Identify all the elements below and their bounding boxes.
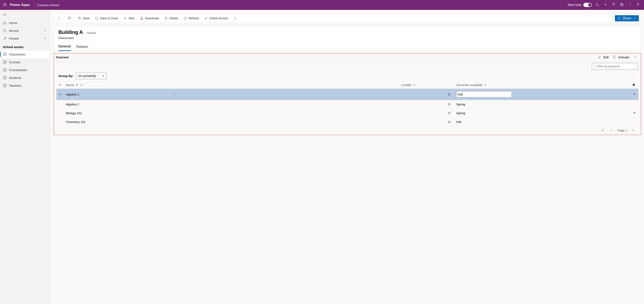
refresh-label: Refresh	[188, 17, 199, 20]
select-all-checkbox[interactable]	[56, 81, 64, 89]
record-title: Building A	[58, 29, 83, 35]
save-close-label: Save & Close	[100, 17, 118, 20]
svg-point-4	[5, 4, 5, 5]
cell-credits[interactable]: 5	[399, 89, 454, 100]
more-commands-button[interactable]	[231, 14, 239, 23]
sort-asc-icon	[75, 83, 78, 87]
table-row[interactable]: Biology 1015Spring	[56, 109, 638, 118]
svg-point-7	[5, 5, 5, 6]
app-name[interactable]: Contoso School	[38, 3, 59, 7]
table-row[interactable]: Algebra 25Spring	[56, 100, 638, 109]
svg-point-6	[4, 5, 4, 6]
check-access-button[interactable]: Check Access	[202, 14, 230, 23]
settings-icon[interactable]	[618, 3, 626, 7]
delete-label: Delete	[170, 17, 178, 20]
toggle-switch-icon[interactable]	[583, 3, 592, 7]
cell-semester[interactable]	[454, 89, 630, 100]
nav-courses[interactable]: Courses	[0, 58, 50, 66]
col-credits[interactable]: Credits	[399, 81, 454, 89]
col-name[interactable]: Name	[64, 81, 399, 89]
col-semester[interactable]: Semester available	[454, 81, 630, 89]
new-look-toggle[interactable]: New look	[568, 3, 592, 7]
nav-home[interactable]: Home	[0, 19, 50, 27]
svg-point-9	[596, 3, 598, 6]
save-close-button[interactable]: Save & Close	[92, 14, 120, 23]
svg-point-3	[4, 4, 4, 5]
row-open-arrow[interactable]	[630, 89, 638, 100]
deactivate-button[interactable]: Deactivate	[138, 14, 162, 23]
row-checkbox[interactable]	[56, 109, 64, 118]
chevron-down-icon	[43, 29, 47, 33]
copilot-icon[interactable]	[634, 3, 642, 7]
filter-keyword-field[interactable]	[597, 65, 636, 68]
entity-name: Classroom	[58, 36, 636, 40]
tab-related[interactable]: Related	[76, 43, 92, 51]
cell-semester[interactable]: Fall	[454, 118, 630, 126]
help-icon[interactable]	[626, 3, 634, 7]
table-row[interactable]: Algebra 1 *5	[56, 89, 638, 100]
row-checkbox[interactable]	[56, 118, 64, 126]
cell-name[interactable]: Algebra 2	[64, 100, 399, 109]
semester-input[interactable]	[456, 91, 512, 97]
main-content: Save Save & Close New Deactivate Delete …	[50, 10, 644, 304]
filter-keyword-input[interactable]	[592, 63, 638, 70]
cell-name[interactable]: Biology 101	[64, 109, 399, 118]
back-button[interactable]	[55, 14, 63, 23]
group-by-select[interactable]: (no grouping)	[76, 72, 107, 79]
nav-pinned[interactable]: Pinned	[0, 35, 50, 42]
subgrid-more-button[interactable]	[631, 55, 639, 60]
activate-icon	[613, 55, 616, 59]
nav-classrooms[interactable]: Classrooms	[0, 50, 50, 58]
search-icon[interactable]	[593, 3, 601, 7]
col-save[interactable]	[630, 81, 638, 89]
svg-rect-20	[79, 17, 80, 18]
svg-line-35	[595, 67, 595, 67]
new-button[interactable]: New	[121, 14, 137, 23]
nav-students[interactable]: Students	[0, 74, 50, 82]
puzzle-icon	[3, 68, 6, 72]
row-checkbox[interactable]	[56, 100, 64, 109]
svg-point-29	[235, 19, 236, 20]
save-button[interactable]: Save	[75, 14, 92, 23]
share-button[interactable]: Share	[615, 15, 639, 21]
nav-recent[interactable]: Recent	[0, 27, 50, 35]
nav-collapse-icon[interactable]	[0, 11, 50, 19]
delete-button[interactable]: Delete	[162, 14, 180, 23]
cell-name[interactable]: Algebra 1 *	[64, 89, 399, 100]
filter-icon[interactable]	[610, 3, 618, 7]
search-icon	[594, 65, 596, 68]
global-header: Power Apps Contoso School New look	[0, 0, 644, 10]
subgrid-title: Courses	[56, 55, 69, 59]
nav-pinned-label: Pinned	[9, 37, 19, 40]
chevron-down-icon	[43, 37, 47, 40]
table-row[interactable]: Chemistry 1015Fall	[56, 118, 638, 126]
cell-semester[interactable]: Spring	[454, 109, 630, 118]
subgrid-activate-button[interactable]: Activate	[611, 55, 631, 60]
deactivate-icon	[140, 17, 143, 20]
cell-name[interactable]: Chemistry 101	[64, 118, 399, 126]
pager-next[interactable]	[631, 127, 636, 133]
cell-credits[interactable]: 5	[399, 100, 454, 109]
tab-general[interactable]: General	[58, 43, 71, 51]
refresh-button[interactable]: Refresh	[181, 14, 202, 23]
svg-point-28	[235, 18, 236, 19]
pager-prev[interactable]	[609, 127, 614, 133]
cell-credits[interactable]: 5	[399, 118, 454, 126]
row-open-arrow[interactable]	[630, 109, 638, 118]
app-launcher-icon[interactable]	[2, 3, 8, 8]
svg-point-2	[6, 3, 6, 4]
subgrid-edit-button[interactable]: Edit	[596, 55, 611, 60]
add-icon[interactable]	[601, 3, 610, 7]
row-checkbox[interactable]	[56, 89, 64, 100]
chevron-down-icon	[484, 83, 487, 87]
nav-recent-label: Recent	[9, 29, 19, 33]
row-open-arrow	[630, 100, 638, 109]
nav-item-label: Teachers	[9, 84, 22, 87]
cell-credits[interactable]: 5	[399, 109, 454, 118]
nav-coursewares[interactable]: Coursewares	[0, 66, 50, 74]
puzzle-icon	[3, 76, 6, 79]
nav-teachers[interactable]: Teachers	[0, 82, 50, 89]
cell-semester[interactable]: Spring	[454, 100, 630, 109]
open-new-window-button[interactable]	[65, 14, 74, 23]
pager-first[interactable]	[600, 127, 605, 133]
